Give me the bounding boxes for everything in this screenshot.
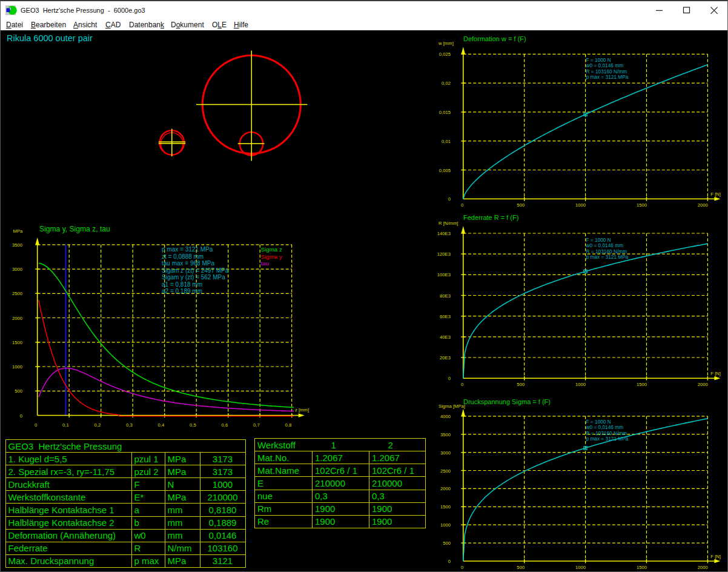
svg-text:tau: tau [261,260,270,267]
svg-text:140E3: 140E3 [437,231,451,236]
svg-text:80E3: 80E3 [440,293,451,299]
svg-text:100E3: 100E3 [437,272,451,278]
svg-text:p max = 3121 MPa: p max = 3121 MPa [586,254,629,260]
svg-text:a2 = 0,189 mm: a2 = 0,189 mm [162,288,202,294]
svg-text:0,015: 0,015 [439,110,451,115]
svg-text:Federrate R = f (F): Federrate R = f (F) [463,214,518,221]
svg-text:500: 500 [15,388,22,394]
svg-text:2000: 2000 [440,486,451,491]
svg-text:Druckspannung Sigma = f (F): Druckspannung Sigma = f (F) [463,398,551,405]
svg-text:4000: 4000 [440,414,451,419]
svg-text:Deformation w = f (F): Deformation w = f (F) [463,35,526,42]
svg-text:0,2: 0,2 [94,422,101,428]
svg-text:Sigma [MPa]: Sigma [MPa] [438,404,465,409]
svg-text:0: 0 [448,559,451,564]
svg-text:Sigam z (zt) = 2497 MPa: Sigam z (zt) = 2497 MPa [162,267,229,274]
svg-text:1500: 1500 [12,340,22,345]
svg-text:500: 500 [517,382,524,387]
svg-text:2000: 2000 [698,202,708,208]
svg-text:2500: 2500 [12,291,22,296]
svg-text:0,6: 0,6 [222,422,228,428]
svg-text:R = 103160 N/mm: R = 103160 N/mm [586,68,627,75]
svg-text:0: 0 [20,413,22,419]
svg-text:F [N]: F [N] [710,371,721,376]
svg-text:2000: 2000 [12,316,22,321]
svg-text:0: 0 [461,565,463,570]
svg-text:p max = 3121 MPa: p max = 3121 MPa [162,246,213,253]
svg-text:F = 1000 N: F = 1000 N [586,57,611,63]
svg-text:w [mm]: w [mm] [438,41,454,46]
svg-text:R = 103160 N/mm: R = 103160 N/mm [586,248,627,254]
svg-text:1000: 1000 [440,522,451,528]
svg-text:0,005: 0,005 [439,168,451,173]
svg-text:0,5: 0,5 [190,422,196,428]
svg-text:Sigma y, Sigma z, tau: Sigma y, Sigma z, tau [39,225,110,233]
svg-text:F = 1000 N: F = 1000 N [586,419,611,425]
svg-text:20E3: 20E3 [440,355,451,361]
svg-text:60E3: 60E3 [440,314,451,319]
svg-text:zt = 0,0888 mm: zt = 0,0888 mm [162,253,204,260]
svg-text:2000: 2000 [698,382,708,387]
svg-text:0: 0 [461,382,463,387]
svg-text:p max = 3121 MPa: p max = 3121 MPa [586,436,629,442]
svg-text:R [N/mm]: R [N/mm] [438,221,458,226]
svg-text:0,4: 0,4 [158,422,165,428]
svg-text:0: 0 [461,202,463,208]
svg-text:2000: 2000 [698,565,708,570]
svg-text:Sigma z: Sigma z [261,246,282,253]
svg-text:w0 = 0,0146 mm: w0 = 0,0146 mm [586,424,624,430]
svg-text:2500: 2500 [440,468,451,474]
svg-text:3000: 3000 [12,267,22,272]
svg-text:0: 0 [448,196,451,202]
svg-text:Sigma y: Sigma y [261,253,282,260]
svg-text:0,02: 0,02 [442,81,451,86]
svg-text:500: 500 [443,540,451,546]
svg-text:500: 500 [517,565,524,570]
svg-text:z [mm]: z [mm] [295,407,309,413]
svg-text:F [N]: F [N] [710,191,721,197]
svg-text:1500: 1500 [637,202,647,208]
svg-text:0,8: 0,8 [285,422,292,428]
svg-text:3500: 3500 [440,432,451,437]
svg-text:0,025: 0,025 [439,52,451,57]
svg-text:F = 1000 N: F = 1000 N [586,237,611,243]
svg-text:0,7: 0,7 [253,422,260,428]
svg-text:40E3: 40E3 [440,334,451,340]
svg-text:a1 = 0,818 mm: a1 = 0,818 mm [162,281,202,288]
svg-text:p max = 3121 MPa: p max = 3121 MPa [586,74,629,80]
svg-text:Sigam y (zt) = 562 MPa: Sigam y (zt) = 562 MPa [162,274,225,281]
svg-text:0,3: 0,3 [126,422,133,428]
svg-text:1500: 1500 [440,504,451,510]
svg-text:w0 = 0,0146 mm: w0 = 0,0146 mm [586,242,624,248]
svg-text:120E3: 120E3 [437,251,451,257]
svg-text:w0 = 0,0146 mm: w0 = 0,0146 mm [586,62,624,68]
svg-text:1000: 1000 [575,565,586,570]
svg-text:1500: 1500 [637,382,647,387]
svg-text:R = 103160 N/mm: R = 103160 N/mm [586,430,627,436]
svg-text:1000: 1000 [575,202,586,208]
svg-text:MPa: MPa [13,228,24,234]
svg-text:1500: 1500 [637,565,647,570]
svg-text:500: 500 [517,202,524,208]
svg-text:0,1: 0,1 [62,422,69,428]
svg-text:0,01: 0,01 [442,139,451,144]
svg-text:3500: 3500 [12,242,22,248]
svg-text:0: 0 [35,422,37,428]
svg-text:F [N]: F [N] [710,554,721,559]
svg-text:3000: 3000 [440,450,451,456]
svg-text:1000: 1000 [12,364,22,370]
svg-text:tau max = 968 MPa: tau max = 968 MPa [162,260,214,267]
svg-text:1000: 1000 [575,382,586,387]
svg-text:0: 0 [448,376,451,381]
